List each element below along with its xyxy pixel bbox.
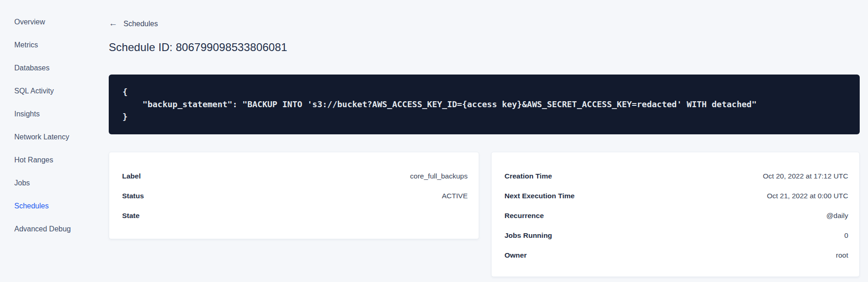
sidebar-item-label: Databases: [14, 64, 50, 72]
sidebar-item-advanced-debug[interactable]: Advanced Debug: [0, 218, 109, 241]
back-link-label: Schedules: [123, 20, 158, 28]
sidebar-item-label: SQL Activity: [14, 87, 54, 95]
detail-row-value: Oct 21, 2022 at 0:00 UTC: [767, 192, 848, 200]
sidebar-item-hot-ranges[interactable]: Hot Ranges: [0, 149, 109, 172]
detail-row-value: 0: [844, 231, 848, 240]
sidebar-item-label: Insights: [14, 110, 40, 118]
detail-row-owner: Owner root: [504, 245, 848, 265]
detail-row-key: State: [122, 212, 140, 220]
schedule-summary-card: Label core_full_backups Status ACTIVE St…: [109, 152, 479, 239]
sidebar-item-overview[interactable]: Overview: [0, 11, 109, 34]
detail-row-key: Jobs Running: [504, 231, 552, 240]
page-title: Schedule ID: 806799098533806081: [109, 41, 860, 54]
sidebar-item-insights[interactable]: Insights: [0, 103, 109, 126]
detail-row-value: @daily: [826, 212, 848, 220]
sidebar-item-databases[interactable]: Databases: [0, 57, 109, 80]
sidebar-item-label: Jobs: [14, 179, 30, 187]
detail-row-status: Status ACTIVE: [122, 186, 468, 206]
detail-row-value: root: [836, 251, 848, 259]
sidebar-item-network-latency[interactable]: Network Latency: [0, 126, 109, 149]
sidebar-item-label: Advanced Debug: [14, 225, 71, 233]
code-line: }: [123, 110, 846, 123]
detail-cards: Label core_full_backups Status ACTIVE St…: [109, 152, 860, 277]
sidebar-item-label: Metrics: [14, 41, 38, 49]
detail-row-key: Recurrence: [504, 212, 544, 220]
schedule-timing-card: Creation Time Oct 20, 2022 at 17:12 UTC …: [491, 152, 860, 277]
main-content: ← Schedules Schedule ID: 806799098533806…: [109, 0, 860, 277]
back-arrow-icon: ←: [109, 19, 117, 28]
detail-row-key: Creation Time: [504, 172, 552, 180]
detail-row-next-execution-time: Next Execution Time Oct 21, 2022 at 0:00…: [504, 186, 848, 206]
code-line: "backup_statement": "BACKUP INTO 's3://b…: [123, 98, 846, 110]
detail-row-key: Next Execution Time: [504, 192, 575, 200]
code-line: {: [123, 86, 846, 98]
detail-row-recurrence: Recurrence @daily: [504, 206, 848, 225]
sidebar-item-label: Schedules: [14, 202, 49, 210]
detail-row-creation-time: Creation Time Oct 20, 2022 at 17:12 UTC: [504, 166, 848, 186]
detail-row-value: ACTIVE: [442, 192, 468, 200]
sidebar-item-jobs[interactable]: Jobs: [0, 172, 109, 195]
back-to-schedules-link[interactable]: ← Schedules: [109, 19, 158, 28]
sidebar-item-sql-activity[interactable]: SQL Activity: [0, 80, 109, 103]
sidebar-item-label: Hot Ranges: [14, 156, 53, 164]
sidebar-item-label: Network Latency: [14, 133, 69, 141]
detail-row-state: State: [122, 206, 468, 225]
detail-row-value: core_full_backups: [410, 172, 468, 180]
sidebar-item-label: Overview: [14, 18, 45, 26]
detail-row-jobs-running: Jobs Running 0: [504, 225, 848, 245]
detail-row-key: Status: [122, 192, 144, 200]
sidebar-nav: Overview Metrics Databases SQL Activity …: [0, 11, 109, 241]
backup-statement-code-block: { "backup_statement": "BACKUP INTO 's3:/…: [109, 75, 860, 134]
detail-row-label: Label core_full_backups: [122, 166, 468, 186]
sidebar-item-metrics[interactable]: Metrics: [0, 34, 109, 57]
detail-row-key: Label: [122, 172, 141, 180]
detail-row-key: Owner: [504, 251, 527, 259]
detail-row-value: Oct 20, 2022 at 17:12 UTC: [763, 172, 848, 180]
sidebar-item-schedules[interactable]: Schedules: [0, 195, 109, 218]
